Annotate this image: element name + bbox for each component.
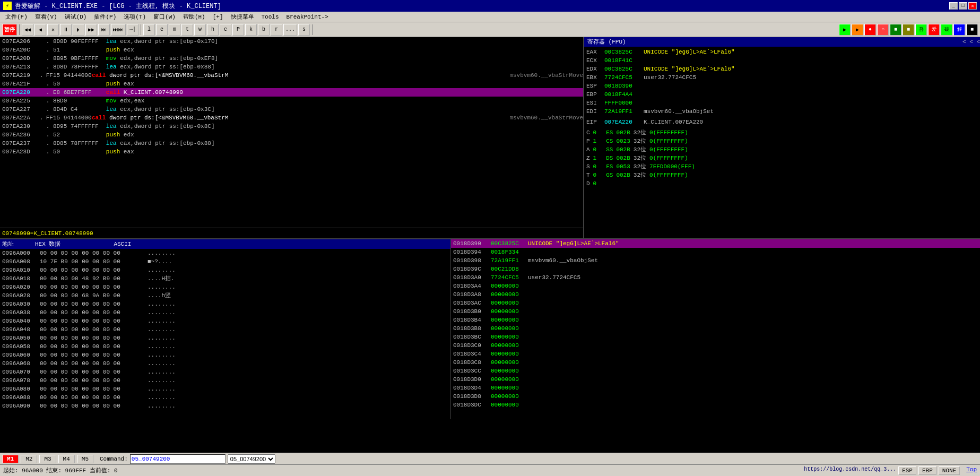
stack-row[interactable]: 0018D3CC00000000 <box>451 367 980 375</box>
disasm-row[interactable]: 007EA237.8D85 78FFFFFFlea eax,dword ptr … <box>0 139 583 148</box>
stack-row[interactable]: 0018D39872A19FF1msvbvm60.__vbaObjSet <box>451 256 980 265</box>
register-value[interactable]: 0018F4A4 <box>604 90 641 99</box>
hex-row[interactable]: 0096A05800 00 00 00 00 00 00 00........ <box>0 342 450 351</box>
disasm-row[interactable]: 007EA227.8D4D C4lea ecx,dword ptr ss:[eb… <box>0 105 583 114</box>
close-button[interactable]: ✕ <box>968 2 977 10</box>
tab-m4[interactable]: M4 <box>58 455 75 463</box>
tb-goto[interactable]: →| <box>127 24 138 36</box>
hex-row[interactable]: 0096A01800 00 00 00 48 92 B9 00....H拮. <box>0 274 450 283</box>
tab-m2[interactable]: M2 <box>21 455 37 463</box>
disasm-row[interactable]: 007EA22A.FF15 94144000call dword ptr ds:… <box>0 114 583 122</box>
tb-b[interactable]: b <box>258 24 270 36</box>
register-value[interactable]: 00C3825C <box>604 48 641 56</box>
hex-row[interactable]: 0096A07000 00 00 00 00 00 00 00........ <box>0 368 450 376</box>
command-dropdown[interactable]: 05_00749200 <box>228 454 275 464</box>
tb-c[interactable]: c <box>220 24 231 36</box>
tb-k[interactable]: k <box>245 24 257 36</box>
stack-row[interactable]: 0018D3D400000000 <box>451 384 980 392</box>
menu-help[interactable]: 帮助(H) <box>180 12 209 22</box>
menu-window[interactable]: 窗口(W) <box>150 12 179 22</box>
tb-green1[interactable]: ▶ <box>839 24 851 36</box>
tb-r[interactable]: r <box>271 24 282 36</box>
hex-row[interactable]: 0096A06800 00 00 00 00 00 00 00........ <box>0 359 450 368</box>
tb-h[interactable]: h <box>207 24 219 36</box>
tb-play[interactable]: ⏵ <box>73 24 84 36</box>
menu-plus[interactable]: [+] <box>210 13 227 21</box>
command-input[interactable] <box>130 454 226 464</box>
register-value[interactable]: 0018F41C <box>604 56 641 65</box>
hex-row[interactable]: 0096A09000 00 00 00 00 00 00 00........ <box>0 402 450 410</box>
tab-m5[interactable]: M5 <box>77 455 93 463</box>
hex-row[interactable]: 0096A03800 00 00 00 00 00 00 00........ <box>0 308 450 317</box>
menu-options[interactable]: 选项(T) <box>120 12 149 22</box>
hex-row[interactable]: 0096A06000 00 00 00 00 00 00 00........ <box>0 351 450 359</box>
reg-nav-arrows[interactable]: < < < <box>962 37 980 47</box>
disasm-row[interactable]: 007EA219.FF15 94144000call dword ptr ds:… <box>0 71 583 80</box>
hex-row[interactable]: 0096A08000 00 00 00 00 00 00 00........ <box>0 385 450 393</box>
menu-shortcuts[interactable]: 快捷菜单 <box>228 12 257 22</box>
tb-dots[interactable]: ... <box>283 24 297 36</box>
disasm-row[interactable]: 007EA20C.51push ecx <box>0 46 583 54</box>
register-value[interactable]: 00C3825C <box>604 65 641 73</box>
stack-row[interactable]: 0018D3A07724CFC5user32.7724CFC5 <box>451 273 980 282</box>
register-value[interactable]: 72A19FF1 <box>604 107 641 116</box>
ebp-button[interactable]: EBP <box>918 466 936 475</box>
tb-play2[interactable]: ▶▶ <box>85 24 97 36</box>
menu-plugin[interactable]: 插件(P) <box>91 12 119 22</box>
stack-row[interactable]: 0018D3B400000000 <box>451 316 980 324</box>
minimize-button[interactable]: _ <box>949 2 958 10</box>
tb-text2[interactable]: 爱 <box>928 24 940 36</box>
hex-row[interactable]: 0096A03000 00 00 00 00 00 00 00........ <box>0 300 450 308</box>
disasm-row[interactable]: 007EA23D.50push eax <box>0 148 583 156</box>
tb-t[interactable]: t <box>181 24 193 36</box>
pause-button[interactable]: 暂停 <box>2 24 17 36</box>
tb-m[interactable]: m <box>169 24 180 36</box>
eip-value[interactable]: 007EA220 <box>604 118 641 126</box>
top-link[interactable]: Top <box>966 466 977 475</box>
stack-row[interactable]: 0018D3AC00000000 <box>451 299 980 307</box>
disasm-row[interactable]: 007EA225.8BD0mov edx,eax <box>0 97 583 105</box>
hex-row[interactable]: 0096A08800 00 00 00 00 00 00 00........ <box>0 393 450 402</box>
tb-pause[interactable]: ⏸ <box>60 24 72 36</box>
tb-orange1[interactable]: ▶ <box>852 24 863 36</box>
disasm-row[interactable]: 007EA20D.8B95 0BF1FFFFmov edx,dword ptr … <box>0 54 583 63</box>
esp-button[interactable]: ESP <box>898 466 916 475</box>
tb-skip[interactable]: ⏭ <box>98 24 110 36</box>
tb-stop[interactable]: ✕ <box>47 24 59 36</box>
tb-text3[interactable]: 破 <box>941 24 952 36</box>
stack-row[interactable]: 0018D3D000000000 <box>451 375 980 384</box>
disasm-row[interactable]: 007EA220.E8 6BE7F5FFcall K_CLIENT.007489… <box>0 88 583 97</box>
disasm-row[interactable]: 007EA213.8D8D 78FFFFFFlea ecx,dword ptr … <box>0 63 583 71</box>
tb-black1[interactable]: ■ <box>966 24 978 36</box>
register-value[interactable]: FFFF0000 <box>604 99 641 107</box>
disasm-row[interactable]: 007EA236.52push edx <box>0 131 583 139</box>
menu-tools[interactable]: Tools <box>258 13 282 21</box>
tb-rewind[interactable]: ◀◀ <box>22 24 33 36</box>
tb-yellow1[interactable]: ■ <box>903 24 914 36</box>
hex-row[interactable]: 0096A00000 00 00 00 00 00 00 00........ <box>0 249 450 257</box>
hex-row[interactable]: 0096A04000 00 00 00 00 00 00 00........ <box>0 317 450 325</box>
menu-file[interactable]: 文件(F) <box>2 12 31 22</box>
disasm-row[interactable]: 007EA21F.50push eax <box>0 80 583 88</box>
stack-row[interactable]: 0018D3B000000000 <box>451 307 980 316</box>
tab-m1[interactable]: M1 <box>2 455 19 463</box>
stack-row[interactable]: 0018D3C400000000 <box>451 350 980 358</box>
stack-row[interactable]: 0018D3C000000000 <box>451 341 980 350</box>
stack-row[interactable]: 0018D3C800000000 <box>451 358 980 367</box>
stack-row[interactable]: 0018D3DC00000000 <box>451 401 980 409</box>
stack-row[interactable]: 0018D3A800000000 <box>451 290 980 299</box>
tb-red2[interactable]: ○ <box>877 24 889 36</box>
csdn-link[interactable]: https://blog.csdn.net/qq_3... <box>804 466 896 475</box>
hex-row[interactable]: 0096A01000 00 00 00 00 00 00 00........ <box>0 266 450 274</box>
tb-bigp[interactable]: P <box>232 24 244 36</box>
stack-row[interactable]: 0018D3D800000000 <box>451 392 980 401</box>
menu-debug[interactable]: 调试(D) <box>62 12 90 22</box>
tb-red1[interactable]: ● <box>864 24 876 36</box>
tb-s[interactable]: s <box>298 24 310 36</box>
tb-l[interactable]: l <box>143 24 155 36</box>
tb-w[interactable]: w <box>194 24 206 36</box>
tb-fastfwd[interactable]: ⏭⏭ <box>111 24 126 36</box>
maximize-button[interactable]: □ <box>959 2 967 10</box>
tb-text1[interactable]: 吾 <box>915 24 927 36</box>
tb-green2[interactable]: ■ <box>890 24 901 36</box>
